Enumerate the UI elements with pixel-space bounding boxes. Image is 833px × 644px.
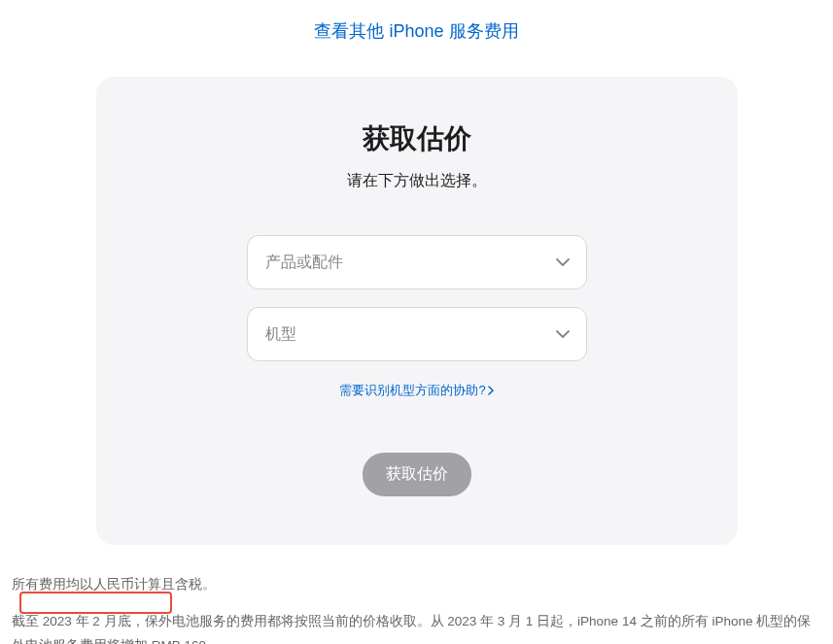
identify-model-help-link[interactable]: 需要识别机型方面的协助?	[339, 382, 493, 399]
help-link-label: 需要识别机型方面的协助?	[339, 382, 485, 399]
card-subtitle: 请在下方做出选择。	[155, 171, 679, 191]
product-select-placeholder: 产品或配件	[265, 253, 343, 273]
model-select[interactable]: 机型	[247, 307, 587, 361]
product-select[interactable]: 产品或配件	[247, 235, 587, 289]
estimate-card: 获取估价 请在下方做出选择。 产品或配件 机型 需要识别机型方面的协助? 获取估…	[96, 77, 738, 545]
chevron-right-icon	[488, 384, 494, 398]
other-iphone-service-link[interactable]: 查看其他 iPhone 服务费用	[314, 21, 518, 41]
get-estimate-button[interactable]: 获取估价	[363, 453, 471, 496]
model-select-placeholder: 机型	[265, 324, 296, 345]
footer-line-2: 截至 2023 年 2 月底，保外电池服务的费用都将按照当前的价格收取。从 20…	[12, 609, 821, 644]
card-title: 获取估价	[155, 120, 679, 157]
footer-notes: 所有费用均以人民币计算且含税。 截至 2023 年 2 月底，保外电池服务的费用…	[0, 545, 833, 644]
footer-line-1: 所有费用均以人民币计算且含税。	[12, 572, 821, 597]
